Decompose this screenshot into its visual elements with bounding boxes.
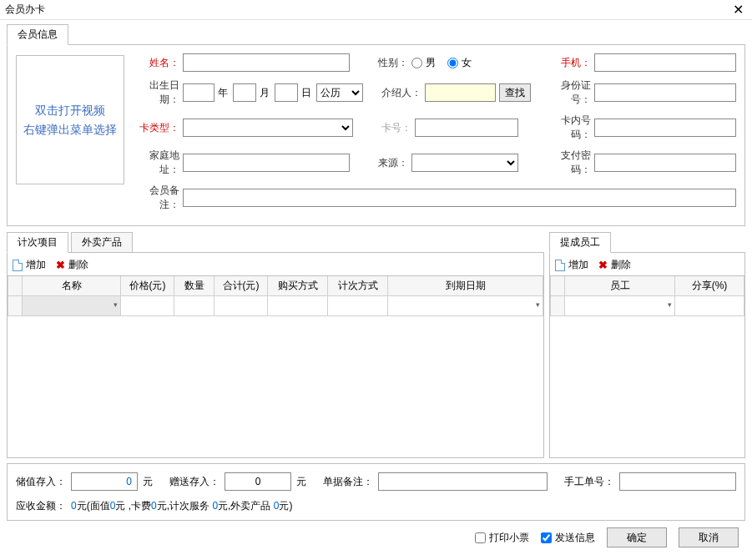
delete-staff-button[interactable]: ✖删除 [598,258,631,272]
add-item-button[interactable]: 增加 [13,258,46,272]
col-share: 分享(%) [675,276,744,296]
label-due-amount: 应收金额： [16,499,66,513]
add-staff-button[interactable]: 增加 [555,258,588,272]
gender-male-option[interactable]: 男 [411,56,436,70]
delete-icon: ✖ [598,259,608,271]
window-title: 会员办卡 [5,3,45,17]
col-total: 合计(元) [214,276,268,296]
col-name: 名称 [23,276,121,296]
unit-month: 月 [260,86,270,100]
label-gift: 赠送存入： [169,475,220,489]
photo-hint-text: 双击打开视频 右键弹出菜单选择 [23,101,117,139]
label-mobile: 手机： [543,56,591,70]
unit-yuan2: 元 [296,475,306,489]
label-doc-remark: 单据备注： [323,475,373,489]
tab-member-info[interactable]: 会员信息 [7,24,68,45]
label-deposit: 储值存入： [16,475,66,489]
address-input[interactable] [183,154,350,172]
birth-year-input[interactable] [183,83,214,102]
cancel-button[interactable]: 取消 [679,527,739,547]
gift-input[interactable] [225,472,291,491]
send-message-checkbox[interactable]: 发送信息 [541,531,595,545]
label-paypwd: 支付密码： [543,149,591,177]
birth-month-input[interactable] [233,83,256,102]
label-inner-no: 卡内号码： [543,114,591,142]
label-remark: 会员备注： [131,184,179,212]
label-card-type: 卡类型： [131,121,179,135]
close-icon[interactable]: ✕ [729,3,747,17]
col-qty: 数量 [174,276,214,296]
calendar-select[interactable]: 公历 [316,83,363,102]
doc-icon [555,260,565,271]
idno-input[interactable] [594,83,736,102]
deposit-input[interactable] [71,472,138,491]
tab-count-items[interactable]: 计次项目 [7,232,68,253]
label-address: 家庭地址： [131,149,179,177]
referrer-input[interactable] [425,83,496,102]
col-buymode: 购买方式 [268,276,328,296]
unit-year: 年 [218,86,228,100]
label-birth: 出生日期： [131,78,179,107]
gender-female-option[interactable]: 女 [447,56,472,70]
col-countmode: 计次方式 [328,276,388,296]
col-handle [550,276,565,296]
label-referrer: 介绍人： [380,86,421,100]
cardno-input[interactable] [415,119,518,137]
card-type-select[interactable] [183,119,353,137]
label-source: 来源： [371,156,408,170]
birth-day-input[interactable] [275,83,298,102]
unit-yuan: 元 [143,475,153,489]
table-row[interactable] [550,296,744,316]
label-idno: 身份证号： [543,78,591,107]
label-manual-no: 手工单号： [564,475,614,489]
due-amount-text: 0元(面值0元 ,卡费0元,计次服务 0元,外卖产品 0元) [71,499,292,513]
source-select[interactable] [411,154,518,172]
find-referrer-button[interactable]: 查找 [499,83,531,102]
inner-no-input[interactable] [594,119,736,137]
col-duedate: 到期日期 [388,276,543,296]
col-price: 价格(元) [121,276,174,296]
mobile-input[interactable] [594,53,736,72]
tab-commission-staff[interactable]: 提成员工 [549,232,611,253]
unit-day: 日 [301,86,311,100]
manual-no-input[interactable] [619,472,736,491]
name-input[interactable] [183,53,350,72]
delete-item-button[interactable]: ✖删除 [56,258,88,272]
label-name: 姓名： [131,56,179,70]
label-cardno: 卡号： [375,121,411,135]
table-row[interactable] [8,296,543,316]
member-remark-input[interactable] [183,189,736,207]
print-receipt-checkbox[interactable]: 打印小票 [475,531,529,545]
photo-placeholder[interactable]: 双击打开视频 右键弹出菜单选择 [16,55,124,184]
doc-icon [13,260,23,271]
tab-takeout[interactable]: 外卖产品 [71,232,133,253]
col-handle [8,276,23,296]
grid-empty-area [8,316,543,453]
paypwd-input[interactable] [594,154,736,172]
ok-button[interactable]: 确定 [607,527,667,547]
label-gender: 性别： [371,56,408,70]
doc-remark-input[interactable] [378,472,548,491]
col-staff: 员工 [565,276,675,296]
delete-icon: ✖ [56,259,65,271]
